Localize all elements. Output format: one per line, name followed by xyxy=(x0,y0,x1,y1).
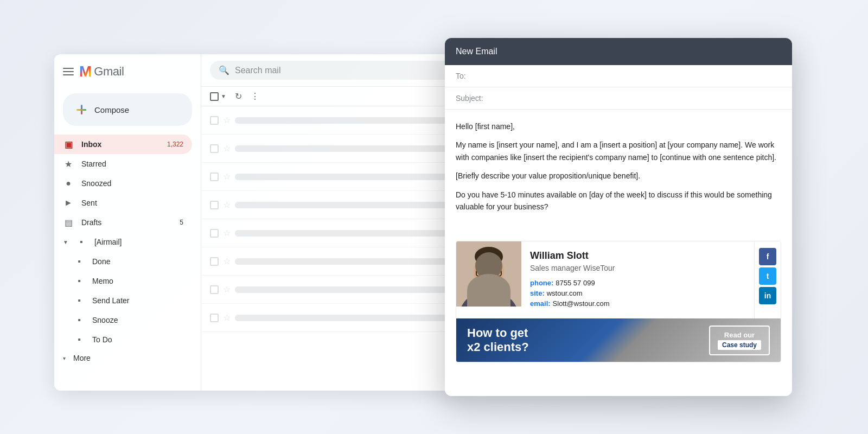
new-email-modal: New Email To: Subject: Hello [first name… xyxy=(445,38,792,396)
gmail-logo-text: Gmail xyxy=(94,65,124,79)
star-icon[interactable]: ☆ xyxy=(223,200,231,210)
sidebar-item-drafts[interactable]: ▤ Drafts 5 xyxy=(54,213,192,232)
sidebar-item-memo[interactable]: ▪ Memo xyxy=(54,271,192,291)
email-row[interactable]: ☆ xyxy=(201,304,467,332)
airmail-triangle: ▼ xyxy=(63,239,68,245)
row-checkbox[interactable] xyxy=(210,314,219,322)
phone-label: phone: xyxy=(530,279,553,287)
search-bar[interactable]: 🔍 Search mail xyxy=(210,61,458,80)
twitter-icon: t xyxy=(767,272,769,280)
signature-block: William Slott Sales manager WiseTour pho… xyxy=(456,241,781,362)
banner-main-text: How to getx2 clients? xyxy=(467,326,529,354)
banner-cta[interactable]: Read our Case study xyxy=(709,326,770,355)
subject-label: Subject: xyxy=(456,94,483,103)
gmail-m-letter: M xyxy=(79,63,92,80)
sidebar-item-snoozed[interactable]: ● Snoozed xyxy=(54,174,192,193)
site-value: wstour.com xyxy=(547,289,583,297)
linkedin-icon: in xyxy=(764,291,771,300)
sidebar-item-sent[interactable]: ► Sent xyxy=(54,193,192,213)
modal-title: New Email xyxy=(456,47,497,56)
row-checkbox[interactable] xyxy=(210,173,219,181)
memo-label: Memo xyxy=(92,277,113,285)
refresh-icon[interactable]: ↻ xyxy=(235,91,242,101)
row-content xyxy=(235,315,458,321)
modal-body: Hello [first name], My name is [insert y… xyxy=(445,110,792,230)
row-content xyxy=(235,230,458,237)
row-checkbox[interactable] xyxy=(210,257,219,266)
sidebar-item-airmail[interactable]: ▼ ▪ [Airmail] xyxy=(54,232,192,252)
sidebar-item-more[interactable]: ▾ More xyxy=(54,349,192,367)
sig-name: William Slott xyxy=(530,250,745,261)
row-checkbox[interactable] xyxy=(210,116,219,125)
email-row[interactable]: ☆ xyxy=(201,219,467,247)
sig-social: f t in xyxy=(754,241,781,318)
row-checkbox[interactable] xyxy=(210,144,219,153)
email-row[interactable]: ☆ xyxy=(201,191,467,219)
sidebar-item-done[interactable]: ▪ Done xyxy=(54,252,192,271)
inbox-icon: ▣ xyxy=(63,139,74,150)
send-later-label: Send Later xyxy=(92,296,130,305)
email-sig-label: email: xyxy=(530,299,551,308)
send-later-folder-icon: ▪ xyxy=(74,295,85,306)
star-icon[interactable]: ☆ xyxy=(223,228,231,238)
twitter-social-button[interactable]: t xyxy=(759,267,776,285)
email-paragraph3: Do you have 5-10 minutes available on [d… xyxy=(456,189,781,213)
more-options-icon[interactable]: ⋮ xyxy=(251,91,259,101)
modal-subject-field[interactable]: Subject: xyxy=(445,87,792,110)
row-checkbox[interactable] xyxy=(210,229,219,238)
select-all-checkbox[interactable] xyxy=(210,92,219,101)
sidebar-item-snooze[interactable]: ▪ Snooze xyxy=(54,310,192,330)
email-row[interactable]: ☆ xyxy=(201,163,467,191)
email-greeting: Hello [first name], xyxy=(456,120,781,132)
signature-info: William Slott Sales manager WiseTour pho… xyxy=(521,241,754,318)
star-icon[interactable]: ☆ xyxy=(223,312,231,323)
select-all-area[interactable]: ▼ xyxy=(210,92,226,101)
compose-button[interactable]: Compose xyxy=(63,93,192,126)
sig-title: Sales manager WiseTour xyxy=(530,264,745,272)
snooze-label: Snooze xyxy=(92,316,118,324)
modal-to-field[interactable]: To: xyxy=(445,65,792,87)
email-sig-value: Slott@wstour.com xyxy=(553,299,610,308)
signature-banner[interactable]: How to getx2 clients? Read our Case stud… xyxy=(456,318,781,362)
sidebar-item-starred[interactable]: ★ Starred xyxy=(54,154,192,174)
row-checkbox[interactable] xyxy=(210,285,219,294)
starred-label: Starred xyxy=(81,159,106,168)
row-checkbox[interactable] xyxy=(210,201,219,209)
select-dropdown-arrow[interactable]: ▼ xyxy=(221,93,226,99)
row-content xyxy=(235,258,458,265)
phone-value: 8755 57 099 xyxy=(556,279,595,287)
email-paragraph1: My name is [insert your name], and I am … xyxy=(456,139,781,163)
gmail-header: M Gmail xyxy=(54,63,201,89)
svg-point-2 xyxy=(471,290,506,307)
star-icon[interactable]: ☆ xyxy=(223,284,231,295)
sidebar-item-send-later[interactable]: ▪ Send Later xyxy=(54,291,192,310)
email-row[interactable]: ☆ xyxy=(201,135,467,163)
airmail-label: [Airmail] xyxy=(94,238,122,246)
banner-cta-top: Read our xyxy=(718,331,761,339)
star-icon[interactable]: ☆ xyxy=(223,115,231,125)
sig-site: site: wstour.com xyxy=(530,289,745,297)
facebook-social-button[interactable]: f xyxy=(759,248,776,265)
email-row[interactable]: ☆ xyxy=(201,106,467,135)
send-icon: ► xyxy=(63,197,74,208)
more-triangle: ▾ xyxy=(63,355,66,361)
sidebar-item-inbox[interactable]: ▣ Inbox 1,322 xyxy=(54,135,192,154)
row-content xyxy=(235,117,458,124)
modal-header: New Email xyxy=(445,38,792,65)
gmail-search-toolbar: 🔍 Search mail xyxy=(201,54,467,87)
sidebar-item-todo[interactable]: ▪ To Do xyxy=(54,330,192,349)
banner-content: How to getx2 clients? Read our Case stud… xyxy=(467,326,770,355)
star-icon[interactable]: ☆ xyxy=(223,171,231,182)
star-icon[interactable]: ☆ xyxy=(223,256,231,266)
to-label: To: xyxy=(456,72,466,80)
star-icon[interactable]: ☆ xyxy=(223,143,231,154)
email-row[interactable]: ☆ xyxy=(201,276,467,304)
email-row[interactable]: ☆ xyxy=(201,247,467,276)
row-content xyxy=(235,174,458,180)
hamburger-menu-icon[interactable] xyxy=(63,68,74,75)
linkedin-social-button[interactable]: in xyxy=(759,287,776,304)
svg-point-5 xyxy=(475,247,503,266)
email-rows: ☆ ☆ ☆ ☆ ☆ ☆ ☆ ☆ xyxy=(201,106,467,332)
banner-cta-bottom: Case study xyxy=(718,340,761,350)
person-svg xyxy=(456,241,521,307)
